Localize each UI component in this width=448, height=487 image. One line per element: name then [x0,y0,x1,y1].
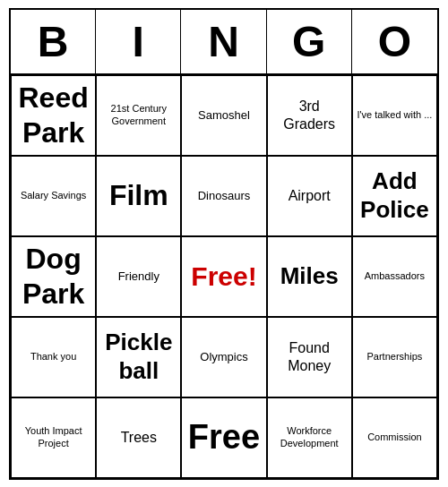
cell-text: Commission [367,431,422,443]
cell-text: Partnerships [367,351,423,363]
bingo-cell: Youth Impact Project [11,397,96,478]
cell-text: 21st Century Government [100,103,177,126]
header-letter: O [352,10,437,73]
bingo-cell: Commission [352,397,437,478]
cell-text: I've talked with ... [357,109,432,121]
header-letter: I [96,10,181,73]
bingo-cell: Dinosaurs [181,156,266,236]
cell-text: Free! [191,261,256,293]
bingo-cell: Miles [267,236,352,317]
bingo-header: BINGO [11,10,437,75]
cell-text: Reed Park [15,81,91,150]
header-letter: N [181,10,266,73]
bingo-cell: Workforce Development [267,397,352,478]
cell-text: Samoshel [198,108,250,123]
cell-text: Olympics [200,350,247,364]
bingo-cell: Trees [96,397,181,478]
bingo-cell: Partnerships [352,317,437,397]
cell-text: Film [109,178,168,212]
header-letter: B [11,10,96,73]
cell-text: Youth Impact Project [15,425,91,449]
bingo-cell: Samoshel [181,75,266,156]
bingo-cell: Add Police [352,156,437,236]
cell-text: Airport [289,187,331,204]
header-letter: G [267,10,352,73]
bingo-cell: Free [181,397,266,478]
cell-text: Friendly [118,269,159,284]
bingo-cell: Ambassadors [352,236,437,317]
bingo-cell: Found Money [267,317,352,397]
cell-text: Pickle ball [100,329,177,384]
bingo-cell: Dog Park [11,236,96,317]
cell-text: Workforce Development [271,425,348,449]
bingo-cell: 3rd Graders [267,75,352,156]
cell-text: Dinosaurs [198,189,251,203]
cell-text: Dog Park [15,242,91,311]
cell-text: Salary Savings [21,190,86,201]
bingo-card: BINGO Reed Park21st Century GovernmentSa… [9,8,439,480]
bingo-cell: Olympics [181,317,266,397]
cell-text: Found Money [271,339,348,373]
bingo-cell: Free! [181,236,266,317]
cell-text: Thank you [30,351,76,363]
cell-text: Trees [121,429,157,446]
cell-text: Ambassadors [365,270,425,282]
bingo-cell: Reed Park [11,75,96,156]
bingo-cell: Friendly [96,236,181,317]
bingo-cell: Salary Savings [11,156,96,236]
cell-text: Free [188,417,260,458]
bingo-cell: 21st Century Government [96,75,181,156]
bingo-cell: Pickle ball [96,317,181,397]
cell-text: 3rd Graders [271,98,348,132]
bingo-cell: I've talked with ... [352,75,437,156]
bingo-cell: Airport [267,156,352,236]
bingo-grid: Reed Park21st Century GovernmentSamoshel… [11,75,437,478]
cell-text: Miles [280,262,339,290]
bingo-cell: Thank you [11,317,96,397]
bingo-cell: Film [96,156,181,236]
cell-text: Add Police [357,167,433,223]
